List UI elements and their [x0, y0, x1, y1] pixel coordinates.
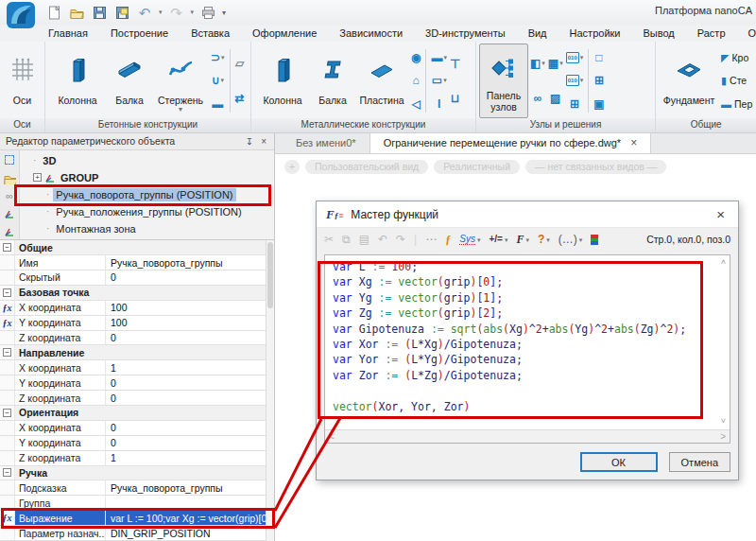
metal-plate-button[interactable]: Пластина [354, 44, 409, 118]
ribbon-tab[interactable]: 3D-инструменты [415, 25, 516, 42]
corner-node-button[interactable]: ◧▾ [530, 56, 545, 71]
beam-top-button[interactable]: ▬▾ [431, 50, 447, 65]
beam-angle-button[interactable]: ▭▾ [432, 73, 447, 88]
property-row[interactable]: −ƒx Параметр назнач... DIN_GRIP_POSITION [0, 526, 274, 541]
ribbon-tab[interactable]: Обла [738, 25, 756, 42]
property-row[interactable]: −ƒx Подсказка Ручка_поворота_группы [0, 480, 274, 496]
open-object-icon[interactable] [3, 171, 17, 185]
property-row[interactable]: −ƒx Y координата 100 [0, 316, 274, 331]
ucs-icon-1[interactable] [3, 207, 17, 221]
concrete-beam-button[interactable]: Балка [108, 44, 151, 118]
property-row[interactable]: −ƒx Y координата 0 [0, 375, 274, 391]
rod-dropdown-icon[interactable]: ▼ [178, 106, 184, 113]
scroll-right-icon[interactable]: > [720, 431, 726, 442]
tree-item[interactable]: + · Ручка_поворота_группы (POSITION) [20, 186, 274, 203]
scroll-up-icon[interactable]: ˄ [721, 258, 726, 267]
open-file-icon[interactable] [68, 4, 85, 21]
nodes-panel-button[interactable]: Панель узлов [479, 44, 528, 118]
pin-icon[interactable]: ↧ [242, 136, 257, 147]
cancel-button[interactable]: Отмена [669, 452, 730, 472]
braces-button[interactable]: (…)▾ [558, 234, 583, 245]
ribbon-tab[interactable]: Вставка [180, 25, 240, 42]
roof-button[interactable]: ◤Кро [721, 50, 748, 66]
property-row[interactable]: −ƒx Ориентация [0, 406, 274, 421]
d10-bottom-button[interactable]: 010▾ [566, 73, 584, 88]
insert-function-icon[interactable]: ƒ [445, 234, 451, 245]
save-icon[interactable] [91, 4, 108, 21]
undo-icon[interactable]: ↶ [378, 234, 387, 245]
property-row[interactable]: −ƒx Базовая точка [0, 286, 274, 301]
code-lines[interactable]: var L := 100;var Xg := vector(grip)[0];v… [333, 259, 713, 426]
metal-column-button[interactable]: Колонна [254, 44, 311, 118]
property-row[interactable]: −ƒx X координата 1 [0, 360, 274, 375]
foundation-button[interactable]: Фундамент [659, 44, 719, 118]
dialog-title-bar[interactable]: Fƒ≡ Мастер функций × [317, 201, 738, 228]
save-all-icon[interactable] [113, 4, 130, 21]
frame-in-frame-button[interactable]: ▣ [593, 96, 604, 112]
property-row[interactable]: −ƒx Y координата 0 [0, 436, 274, 451]
property-row[interactable]: −ƒx Z координата 0 [0, 331, 274, 346]
tree-item[interactable]: + · GROUP [20, 169, 274, 186]
dialog-close-icon[interactable]: × [713, 206, 729, 222]
scroll-left-icon[interactable]: < [329, 431, 335, 442]
metal-beam-button[interactable]: Балка [312, 44, 353, 118]
frame-button[interactable]: □ [595, 50, 602, 65]
view-control-pill[interactable]: Пользовательский вид [305, 160, 428, 174]
expand-icon[interactable]: + [33, 173, 42, 182]
redo-icon[interactable]: ↷ [168, 4, 185, 21]
floor-slab-button[interactable]: ▬Пер [721, 96, 752, 112]
new-file-icon[interactable] [45, 4, 62, 21]
ribbon-tab[interactable]: Главная [38, 25, 98, 42]
ribbon-tab[interactable]: Построение [100, 25, 179, 42]
ribbon-tab[interactable]: Вид [518, 25, 558, 42]
view-control-pill[interactable]: + [284, 160, 300, 174]
code-editor[interactable]: var L := 100;var Xg := vector(grip)[0];v… [324, 254, 730, 444]
ribbon-tab[interactable]: Растр [687, 25, 736, 42]
tree-item[interactable]: + · 3D [20, 152, 274, 169]
profile-button[interactable]: Ι [438, 96, 440, 112]
rebar-hook2-button[interactable]: ∪▾ [212, 73, 224, 88]
ok-button[interactable]: ОК [580, 452, 658, 472]
redo-dropdown-icon[interactable]: ▾ [191, 9, 195, 16]
concrete-rod-button[interactable]: Стержень ▼ [152, 44, 209, 118]
property-row[interactable]: −ƒx Скрытый 0 [0, 270, 274, 286]
close-panel-icon[interactable]: × [257, 136, 270, 147]
print-icon[interactable] [199, 4, 216, 21]
truss-button[interactable]: ◁ [412, 96, 421, 112]
anchor-button[interactable]: ⌂ [413, 73, 420, 88]
scroll-down-icon[interactable]: ˅ [721, 417, 726, 426]
close-tab-icon[interactable]: × [630, 136, 637, 149]
qat-customize-icon[interactable]: ▾ [222, 9, 226, 17]
property-row[interactable]: −ƒx Z координата 1 [0, 451, 274, 466]
concrete-column-button[interactable]: Колонна [48, 44, 107, 118]
calculator-button[interactable]: ▨ [550, 91, 560, 106]
ribbon-tab[interactable]: Вывод [632, 25, 684, 42]
view-control-pill[interactable]: — нет связанных видов — [525, 160, 666, 174]
help-button[interactable]: ?▾ [538, 234, 550, 245]
syntax-colors-icon[interactable] [591, 235, 598, 245]
property-row[interactable]: −ƒx X координата 0 [0, 421, 274, 436]
property-row[interactable]: −ƒx Имя Ручка_поворота_группы [0, 255, 274, 270]
grid-scrollbar[interactable] [266, 240, 274, 541]
cut-icon[interactable]: ✂ [324, 234, 334, 245]
cross-arrows-button[interactable]: ⇄ [235, 91, 245, 106]
ellipsis-icon[interactable]: ⋯ [425, 234, 437, 245]
tee-button[interactable]: ⊤ [450, 56, 460, 71]
ribbon-tab[interactable]: Оформление [242, 25, 327, 42]
property-row[interactable]: −ƒx Группа [0, 496, 274, 511]
paste-icon[interactable]: ▤ [359, 234, 369, 245]
clamp-button[interactable]: ◉ [411, 50, 421, 65]
property-row[interactable]: −ƒx Ручка [0, 466, 274, 481]
d10-top-button[interactable]: 010▾ [566, 50, 584, 65]
view-control-pill[interactable]: Реалистичный [434, 160, 520, 174]
functions-button[interactable]: F▾ [516, 234, 529, 245]
rebar-hook1-button[interactable]: ⊃▾ [211, 50, 225, 65]
copy-plus-button[interactable]: ⊞ [570, 96, 579, 112]
sys-vars-button[interactable]: Sys▾ [459, 235, 480, 245]
horizontal-scrollbar[interactable]: <> [325, 429, 730, 443]
rebar-pad-button[interactable]: ▬ [212, 96, 223, 112]
frame-add-button[interactable]: ⊞ [594, 73, 604, 88]
wall-button[interactable]: ▮Сте [721, 73, 747, 89]
table-node-button[interactable]: ▦▾ [548, 56, 563, 71]
undo-dropdown-icon[interactable]: ▾ [159, 9, 163, 16]
